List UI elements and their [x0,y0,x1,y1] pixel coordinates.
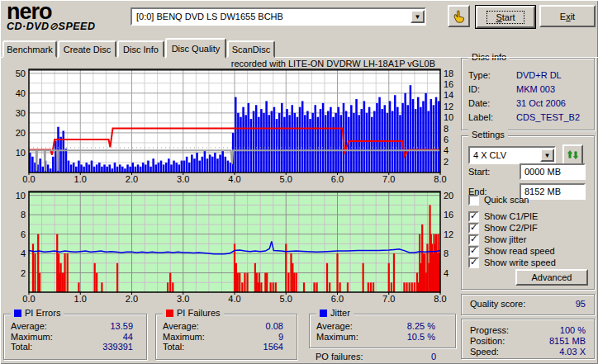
pi-failures-maximum: 9 [278,332,283,342]
advanced-button[interactable]: Advanced [515,269,588,286]
svg-text:4.0: 4.0 [228,294,240,304]
show-write-speed-checkbox[interactable]: Show write speed [468,257,556,268]
exit-button[interactable]: Exit [539,5,596,27]
checkbox-box[interactable] [468,195,479,206]
show-c1-pie-checkbox[interactable]: Show C1/PIE [468,210,538,222]
checkbox-box[interactable] [468,211,479,222]
settings-group: Settings 4 X CLV ▼ Start: 0000 MB End: 8… [461,135,595,290]
svg-text:0.0: 0.0 [22,174,35,184]
pi-errors-stats: PI Errors Average:13.59 Maximum:44 Total… [3,314,147,360]
exit-button-label: Exit [560,12,575,21]
scan-speed-value: 4 X CLV [470,150,540,160]
show-c2-pif-checkbox[interactable]: Show C2/PIF [468,222,538,234]
svg-text:16: 16 [444,210,453,220]
hand-button[interactable] [448,5,470,27]
refresh-button[interactable] [562,144,583,165]
svg-text:4.0: 4.0 [228,174,240,184]
svg-text:8.0: 8.0 [434,174,446,184]
disc-label-value: CDS_TEST_B2 [516,112,580,122]
po-failures-value: 0 [431,352,436,362]
disc-date-value: 31 Oct 2006 [516,98,566,108]
svg-text:12: 12 [444,229,453,239]
checkbox-box[interactable] [468,258,479,268]
svg-text:20: 20 [16,128,26,138]
tab-benchmark[interactable]: Benchmark [2,40,57,58]
tab-disc-quality[interactable]: Disc Quality [165,38,226,59]
svg-text:8: 8 [21,210,26,220]
svg-text:10: 10 [16,148,26,158]
svg-text:5.0: 5.0 [280,174,292,184]
svg-text:6: 6 [444,135,448,144]
show-jitter-checkbox[interactable]: Show jitter [468,234,526,245]
tab-disc-info[interactable]: Disc Info [117,40,164,58]
checkbox-box[interactable] [468,223,479,234]
tab-scandisc[interactable]: ScanDisc [227,40,275,58]
svg-text:8.0: 8.0 [434,294,446,304]
quality-score-box: Quality score: 95 [461,294,595,315]
svg-text:4: 4 [21,248,26,258]
logo-cddvdspeed-text: CD·DVD⊘SPEED [7,21,95,32]
pi-failures-total: 1564 [263,342,283,352]
pi-failures-marker [166,310,173,317]
pi-errors-total: 339391 [102,342,133,352]
start-button-label: Start [486,11,524,24]
progress-panel: Progress:100 % Position:8151 MB Speed:4.… [461,319,595,359]
jitter-marker [320,310,327,317]
scan-speed-select[interactable]: 4 X CLV ▼ [468,146,556,164]
pi-failures-chart: 246810481216200.01.02.03.04.05.06.07.08.… [7,191,458,308]
disc-id-value: MKM 003 [516,84,555,94]
position-value: 8151 MB [549,336,586,346]
checkbox-box[interactable] [468,234,479,245]
svg-text:8: 8 [444,248,448,258]
quality-score-label: Quality score: [470,299,525,309]
settings-legend: Settings [468,130,508,139]
svg-text:18: 18 [444,69,453,78]
refresh-icon [567,149,579,161]
drive-select-arrow[interactable]: ▼ [411,10,425,23]
svg-text:2: 2 [21,268,26,278]
jitter-maximum: 10.5 % [407,332,435,342]
svg-text:4: 4 [444,145,448,155]
position-row: Position:8151 MB [470,335,586,346]
chart-title: recorded with LITE-ON DVDRW LH-18A1P vGL… [29,59,439,69]
show-read-speed-checkbox[interactable]: Show read speed [468,245,555,257]
svg-text:3.0: 3.0 [177,174,189,184]
nero-cd-dvd-speed-window: nero CD·DVD⊘SPEED [0:0] BENQ DVD LS DW16… [0,0,598,364]
svg-text:0.0: 0.0 [22,294,35,304]
svg-text:4: 4 [444,268,448,278]
drive-select[interactable]: [0:0] BENQ DVD LS DW1655 BCHB ▼ [131,7,426,26]
po-failures-row: PO failures: 0 [309,352,456,362]
speed-value: 4.03 X [559,347,586,357]
quick-scan-checkbox[interactable]: Quick scan [468,194,529,206]
svg-text:16: 16 [444,79,453,89]
pi-errors-marker [14,310,21,317]
svg-text:14: 14 [444,90,453,100]
scan-speed-arrow[interactable]: ▼ [540,149,554,162]
nero-logo: nero CD·DVD⊘SPEED [7,1,95,32]
end-position-input[interactable]: 8152 MB [520,183,586,200]
start-button[interactable]: Start [475,5,536,29]
svg-text:12: 12 [444,102,453,111]
svg-text:3.0: 3.0 [177,294,189,304]
pi-errors-maximum: 44 [123,332,133,342]
svg-text:20: 20 [444,191,453,201]
checkbox-box[interactable] [468,246,479,257]
svg-text:6.0: 6.0 [331,294,344,304]
logo-nero-text: nero [7,1,95,23]
jitter-stats: Jitter Average:8.25 % Maximum:10.5 % [309,314,456,348]
svg-text:40: 40 [16,88,26,98]
pi-errors-chart: 1020304050246810121416180.01.02.03.04.05… [7,69,458,186]
progress-value: 100 % [560,325,586,335]
pi-failures-average: 0.08 [266,321,283,331]
tab-create-disc[interactable]: Create Disc [58,40,116,58]
svg-text:10: 10 [444,112,453,122]
svg-text:30: 30 [16,108,26,118]
drive-select-value: [0:0] BENQ DVD LS DW1655 BCHB [132,12,411,21]
svg-text:6.0: 6.0 [331,174,344,184]
svg-text:50: 50 [16,69,26,78]
start-position-input[interactable]: 0000 MB [520,163,586,180]
jitter-average: 8.25 % [407,321,435,331]
quality-score-value: 95 [576,299,586,309]
svg-text:10: 10 [16,191,26,201]
svg-text:1.0: 1.0 [74,174,87,184]
